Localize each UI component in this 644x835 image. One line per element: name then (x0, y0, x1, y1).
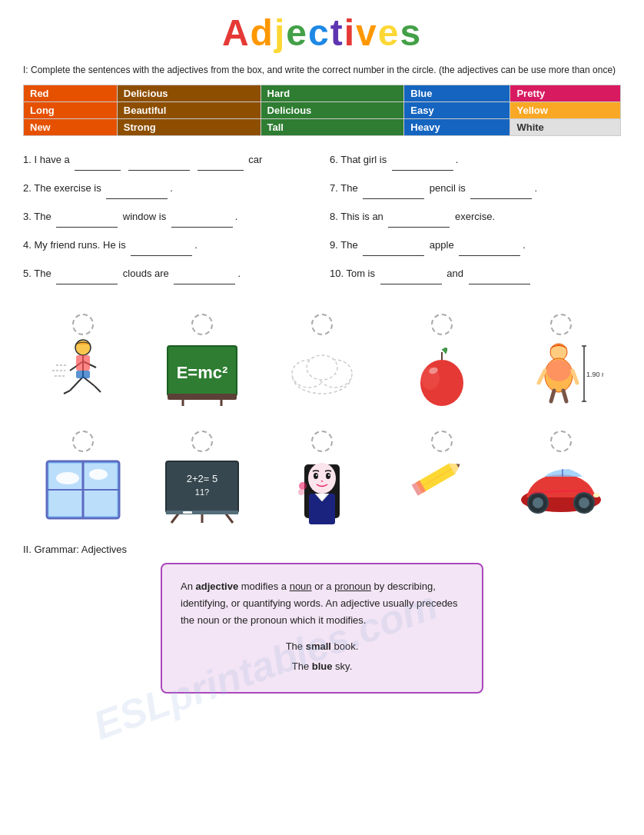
adj-cell: Easy (404, 102, 510, 119)
blank[interactable] (198, 150, 244, 171)
blank[interactable] (131, 235, 192, 256)
images-row-1: E=mc² (23, 306, 621, 415)
chalkboard-icon: E=mc² (160, 338, 244, 408)
image-chalkboard: E=mc² (156, 314, 248, 408)
cloud-icon (280, 338, 364, 408)
svg-point-72 (579, 497, 589, 508)
blank[interactable] (174, 264, 235, 284)
sentences-section: 1. I have a car 2. The exercise is . 3. … (23, 150, 621, 292)
svg-point-39 (56, 472, 79, 484)
adj-cell: Delicious (261, 102, 404, 119)
number-circle[interactable] (72, 431, 94, 452)
adj-cell: Hard (261, 85, 404, 102)
image-pencil (396, 431, 488, 524)
svg-rect-50 (183, 511, 192, 514)
number-circle[interactable] (72, 314, 94, 335)
blank[interactable] (469, 264, 530, 284)
svg-line-6 (64, 391, 70, 394)
grammar-example-1: The small book. (181, 638, 463, 655)
adj-cell: White (510, 119, 621, 136)
svg-line-4 (70, 377, 83, 391)
grammar-section: II. Grammar: Adjectives An adjective mod… (23, 544, 621, 694)
sentence-5: 5. The clouds are . (23, 264, 314, 284)
blank[interactable] (388, 207, 450, 228)
sentence-7: 7. The pencil is . (330, 178, 621, 199)
blank[interactable] (470, 178, 532, 199)
image-blackboard-math: 2+2= 5 11? (156, 431, 248, 524)
sentence-8: 8. This is an exercise. (330, 207, 621, 228)
grammar-example-2: The blue sky. (181, 658, 463, 675)
images-row-2: 2+2= 5 11? (23, 423, 621, 536)
sentences-right: 6. That girl is . 7. The pencil is . 8. … (330, 150, 621, 292)
window-icon (41, 455, 125, 524)
adj-cell: New (24, 119, 118, 136)
adj-cell: Strong (117, 119, 261, 136)
blank[interactable] (56, 207, 118, 228)
adj-cell: Tall (261, 119, 404, 136)
blank[interactable] (392, 150, 453, 171)
svg-line-34 (573, 371, 577, 383)
adj-cell: Long (24, 102, 118, 119)
adj-cell: Delicious (117, 85, 261, 102)
blank[interactable] (56, 264, 118, 284)
number-circle[interactable] (550, 314, 572, 335)
sentence-9: 9. The apple . (330, 235, 621, 256)
svg-line-7 (95, 386, 101, 392)
pencil-icon (400, 455, 484, 524)
image-cloud (276, 314, 368, 408)
blank[interactable] (459, 235, 520, 256)
adj-cell: Yellow (510, 102, 621, 119)
svg-text:1.90 mts.: 1.90 mts. (586, 371, 603, 378)
svg-text:11?: 11? (195, 487, 209, 497)
number-circle[interactable] (431, 314, 453, 335)
image-apple (396, 314, 488, 408)
svg-point-52 (308, 463, 336, 494)
pretty-girl-icon (280, 455, 364, 528)
svg-point-70 (533, 497, 543, 508)
blank[interactable] (363, 235, 424, 256)
number-circle[interactable] (191, 431, 213, 452)
adj-cell: Blue (404, 85, 510, 102)
number-circle[interactable] (550, 431, 572, 452)
blank[interactable] (128, 150, 190, 171)
blank[interactable] (380, 264, 442, 284)
svg-point-54 (326, 473, 330, 479)
svg-rect-8 (76, 355, 90, 371)
blackboard-math-icon: 2+2= 5 11? (160, 455, 244, 524)
svg-text:2+2= 5: 2+2= 5 (187, 473, 218, 484)
number-circle[interactable] (431, 431, 453, 452)
svg-line-33 (539, 371, 545, 383)
image-runner (37, 314, 129, 408)
number-circle[interactable] (191, 314, 213, 335)
page-title: Adjectives (23, 12, 621, 54)
image-tall-person: 1.90 mts. (515, 314, 607, 408)
blank[interactable] (106, 178, 168, 199)
svg-line-35 (551, 391, 554, 401)
tall-person-icon: 1.90 mts. (519, 338, 603, 408)
svg-rect-14 (168, 394, 237, 400)
blank[interactable] (363, 178, 424, 199)
number-circle[interactable] (311, 314, 333, 335)
svg-point-40 (89, 469, 108, 480)
grammar-box: An adjective modifies a noun or a pronou… (161, 563, 483, 694)
grammar-definition: An adjective modifies a noun or a pronou… (181, 578, 463, 629)
svg-rect-49 (166, 511, 238, 514)
svg-point-73 (593, 493, 599, 497)
adj-cell: Red (24, 85, 118, 102)
svg-point-55 (316, 474, 317, 476)
blank[interactable] (75, 150, 121, 171)
sentence-4: 4. My friend runs. He is . (23, 235, 314, 256)
number-circle[interactable] (311, 431, 333, 452)
blank[interactable] (171, 207, 233, 228)
runner-icon (41, 338, 125, 408)
svg-rect-9 (76, 371, 90, 378)
adjectives-table: Red Delicious Hard Blue Pretty Long Beau… (23, 85, 621, 136)
image-pretty-girl (276, 431, 368, 528)
svg-point-32 (546, 360, 571, 381)
svg-line-36 (563, 391, 566, 401)
adj-cell: Beautiful (117, 102, 261, 119)
apple-icon (400, 338, 484, 408)
grammar-title: II. Grammar: Adjectives (23, 544, 621, 555)
svg-point-21 (307, 355, 337, 380)
svg-text:E=mc²: E=mc² (177, 363, 228, 382)
